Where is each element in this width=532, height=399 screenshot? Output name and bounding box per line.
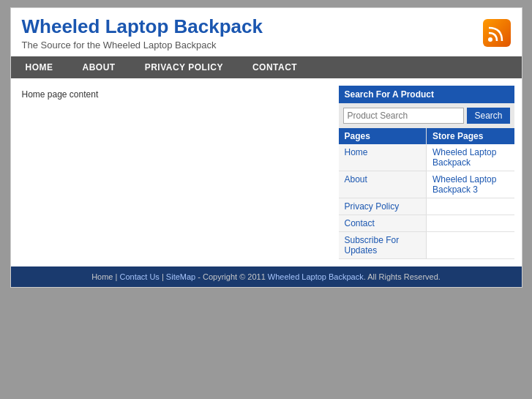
nav-item-home[interactable]: HOME (11, 56, 68, 78)
nav-item-contact[interactable]: CONTACT (238, 56, 312, 78)
footer-text: Home | Contact Us | SiteMap - Copyright … (91, 272, 441, 281)
search-box-title: Search For A Product (339, 86, 514, 103)
site-subtitle: The Source for the Wheeled Laptop Backpa… (22, 40, 263, 51)
rss-icon-container[interactable] (483, 15, 511, 49)
store-link-1[interactable]: Wheeled Laptop Backpack (427, 144, 514, 171)
table-row: About Wheeled Laptop Backpack 3 (339, 171, 514, 198)
footer: Home | Contact Us | SiteMap - Copyright … (11, 266, 522, 287)
page-link-subscribe[interactable]: Subscribe For Updates (339, 232, 427, 259)
page-link-privacy[interactable]: Privacy Policy (339, 198, 427, 215)
svg-rect-0 (483, 19, 511, 47)
store-empty-3 (427, 232, 514, 259)
page-link-about[interactable]: About (339, 171, 427, 198)
search-button[interactable]: Search (467, 108, 509, 124)
footer-sitemap-link[interactable]: SiteMap (166, 272, 195, 281)
home-page-content: Home page content (22, 89, 99, 100)
footer-suffix: . All Rights Reserved. (364, 272, 441, 281)
svg-point-1 (488, 37, 492, 42)
sidebar: Search For A Product Search Pages Store … (339, 86, 514, 259)
page-link-home[interactable]: Home (339, 144, 427, 171)
rss-icon (483, 19, 511, 47)
table-row: Home Wheeled Laptop Backpack (339, 144, 514, 171)
search-input[interactable] (343, 108, 465, 124)
site-title[interactable]: Wheeled Laptop Backpack (22, 15, 263, 38)
table-row: Contact (339, 215, 514, 232)
content-area: Home page content Search For A Product S… (11, 78, 522, 266)
store-empty-2 (427, 215, 514, 232)
header-left: Wheeled Laptop Backpack The Source for t… (22, 15, 263, 51)
page-link-contact[interactable]: Contact (339, 215, 427, 232)
table-row: Subscribe For Updates (339, 232, 514, 259)
main-content: Home page content (18, 86, 331, 259)
store-pages-header: Store Pages (427, 128, 514, 144)
table-row: Privacy Policy (339, 198, 514, 215)
search-form: Search (339, 103, 514, 128)
nav-item-about[interactable]: ABOUT (68, 56, 130, 78)
page-wrapper: Wheeled Laptop Backpack The Source for t… (10, 7, 522, 288)
nav-item-privacy-policy[interactable]: PRIVACY POLICY (130, 56, 238, 78)
pages-header: Pages (339, 128, 427, 144)
store-link-2[interactable]: Wheeled Laptop Backpack 3 (427, 171, 514, 198)
store-empty-1 (427, 198, 514, 215)
footer-site-link[interactable]: Wheeled Laptop Backpack (268, 272, 364, 281)
nav: HOME ABOUT PRIVACY POLICY CONTACT (11, 56, 522, 78)
header: Wheeled Laptop Backpack The Source for t… (11, 8, 522, 56)
pages-table: Pages Store Pages Home Wheeled Laptop Ba… (339, 128, 514, 259)
footer-contact-link[interactable]: Contact Us (119, 272, 159, 281)
